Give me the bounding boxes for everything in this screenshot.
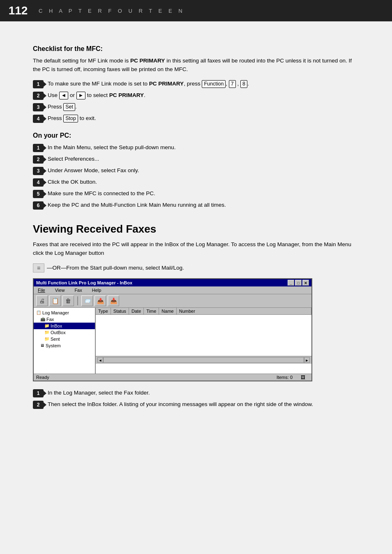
tree-system-icon: 🖥 xyxy=(40,343,44,348)
titlebar-buttons: _ □ ✕ xyxy=(288,280,309,286)
pc-text-5: Make sure the MFC is connected to the PC… xyxy=(48,189,359,198)
pc-step-2: 2 Select Preferences... xyxy=(33,155,359,164)
tree-sent[interactable]: 📁 Sent xyxy=(34,336,95,342)
tree-fax-icon: 📠 xyxy=(40,317,45,321)
col-name: Name xyxy=(159,308,176,314)
dialog-scrollbar-area: ◄ ► xyxy=(96,356,311,364)
tree-log-label: Log Manager xyxy=(42,310,69,315)
close-button[interactable]: ✕ xyxy=(302,280,309,286)
col-number: Number xyxy=(177,308,311,314)
pc-step-1: 1 In the Main Menu, select the Setup pul… xyxy=(33,143,359,152)
tree-sent-icon: 📁 xyxy=(44,337,49,341)
key-8: 8 xyxy=(240,80,247,88)
dialog-toolbar: 🖨 📋 🗑 📨 📤 📥 xyxy=(34,294,311,308)
tree-fax[interactable]: 📠 Fax xyxy=(34,316,95,323)
pc-text-3: Under Answer Mode, select Fax only. xyxy=(48,166,359,175)
status-items: Items: 0 xyxy=(277,375,293,380)
viewing-faxes-intro: Faxes that are received into the PC will… xyxy=(33,240,359,258)
pc-badge-6: 6 xyxy=(33,201,44,210)
tree-inbox-label: InBox xyxy=(51,323,62,328)
tree-log-manager[interactable]: 📋 Log Manager xyxy=(34,309,95,316)
checklist-step-2: 2 Use ◄ or ► to select PC PRIMARY. xyxy=(33,91,359,100)
pc-text-2: Select Preferences... xyxy=(48,155,359,163)
step-badge-1: 1 xyxy=(33,80,44,88)
key-set: Set xyxy=(63,103,75,111)
pc-step-3: 3 Under Answer Mode, select Fax only. xyxy=(33,166,359,175)
viewing-faxes-heading: Viewing Received Faxes xyxy=(33,223,359,235)
toolbar-btn-4[interactable]: 📨 xyxy=(81,295,93,306)
maximize-button[interactable]: □ xyxy=(295,280,302,286)
vf-badge-2: 2 xyxy=(33,401,44,409)
dialog-titlebar: Multi Function Link Pro Log Manager - In… xyxy=(34,279,311,286)
pc-badge-1: 1 xyxy=(33,144,44,152)
pc-text-4: Click the OK button. xyxy=(48,178,359,186)
pc-badge-5: 5 xyxy=(33,190,44,198)
pc-step-4: 4 Click the OK button. xyxy=(33,178,359,187)
step-text-2: Use ◄ or ► to select PC PRIMARY. xyxy=(48,91,359,100)
tree-system[interactable]: 🖥 System xyxy=(34,342,95,349)
page: 112 C H A P T E R F O U R T E E N Checkl… xyxy=(0,0,392,554)
menu-help[interactable]: Help xyxy=(90,287,103,293)
dialog-main-panel: Type Status Date Time Name Number ◄ ► xyxy=(95,308,311,374)
step-text-4: Press Stop to exit. xyxy=(48,114,359,123)
dialog-body: 📋 Log Manager 📠 Fax 📁 InBox 📁 OutBox xyxy=(34,308,311,374)
tree-outbox[interactable]: 📁 OutBox xyxy=(34,329,95,336)
on-your-pc-steps: 1 In the Main Menu, select the Setup pul… xyxy=(33,143,359,210)
dialog-menubar: File View Fax Help xyxy=(34,286,311,294)
step-text-1: To make sure the MF Link mode is set to … xyxy=(48,80,359,88)
on-your-pc-heading: On your PC: xyxy=(33,132,359,139)
key-left: ◄ xyxy=(59,92,68,100)
vf-step-1: 1 In the Log Manager, select the Fax fol… xyxy=(33,389,359,397)
vf-badge-1: 1 xyxy=(33,389,44,397)
checklist-step-4: 4 Press Stop to exit. xyxy=(33,114,359,123)
pc-text-1: In the Main Menu, select the Setup pull-… xyxy=(48,143,359,152)
tree-fax-label: Fax xyxy=(46,317,54,322)
chapter-title: C H A P T E R F O U R T E E N xyxy=(39,8,185,14)
header-bar: 112 C H A P T E R F O U R T E E N xyxy=(0,0,392,21)
pc-badge-2: 2 xyxy=(33,155,44,164)
step-text-3: Press Set. xyxy=(48,103,359,111)
scroll-left[interactable]: ◄ xyxy=(97,357,103,363)
toolbar-btn-1[interactable]: 🖨 xyxy=(36,295,48,306)
status-ready: Ready xyxy=(36,375,49,380)
menu-view[interactable]: View xyxy=(53,287,67,293)
step-badge-2: 2 xyxy=(33,92,44,100)
scroll-right[interactable]: ► xyxy=(304,357,310,363)
dialog-tree: 📋 Log Manager 📠 Fax 📁 InBox 📁 OutBox xyxy=(34,308,95,374)
tree-system-label: System xyxy=(46,343,61,348)
dialog-title: Multi Function Link Pro Log Manager - In… xyxy=(36,280,132,285)
log-manager-dialog: Multi Function Link Pro Log Manager - In… xyxy=(33,278,312,381)
menu-fax[interactable]: Fax xyxy=(73,287,83,293)
tree-outbox-icon: 📁 xyxy=(44,330,49,335)
toolbar-btn-3[interactable]: 🗑 xyxy=(62,295,74,306)
col-date: Date xyxy=(129,308,144,314)
key-stop: Stop xyxy=(63,115,78,123)
toolbar-btn-6[interactable]: 📥 xyxy=(108,295,119,306)
toolbar-btn-2[interactable]: 📋 xyxy=(49,295,61,306)
menu-file[interactable]: File xyxy=(36,287,47,293)
vf-text-2: Then select the InBox folder. A listing … xyxy=(48,400,359,409)
key-7: 7 xyxy=(229,80,236,88)
or-line-text: —OR—From the Start pull-down menu, selec… xyxy=(47,265,184,271)
pc-badge-4: 4 xyxy=(33,178,44,187)
minimize-button[interactable]: _ xyxy=(288,280,294,286)
col-time: Time xyxy=(144,308,159,314)
key-function: Function xyxy=(202,80,226,88)
col-type: Type xyxy=(96,308,111,314)
pc-step-5: 5 Make sure the MFC is connected to the … xyxy=(33,189,359,198)
or-line: —OR—From the Start pull-down menu, selec… xyxy=(33,263,359,272)
pc-step-6: 6 Keep the PC and the Multi-Function Lin… xyxy=(33,201,359,210)
toolbar-sep-1 xyxy=(77,296,78,305)
toolbar-btn-5[interactable]: 📤 xyxy=(95,295,106,306)
dialog-content-area xyxy=(96,315,311,356)
page-number: 112 xyxy=(7,4,29,17)
tree-inbox-icon: 📁 xyxy=(44,323,49,328)
col-status: Status xyxy=(111,308,129,314)
pc-text-6: Keep the PC and the Multi-Function Link … xyxy=(48,201,359,209)
tree-inbox[interactable]: 📁 InBox xyxy=(34,323,95,329)
checklist-intro: The default setting for MF Link mode is … xyxy=(33,57,359,74)
checklist-step-3: 3 Press Set. xyxy=(33,103,359,111)
checklist-heading: Checklist for the MFC: xyxy=(33,45,359,53)
vf-text-1: In the Log Manager, select the Fax folde… xyxy=(48,389,359,397)
step-badge-4: 4 xyxy=(33,115,44,123)
